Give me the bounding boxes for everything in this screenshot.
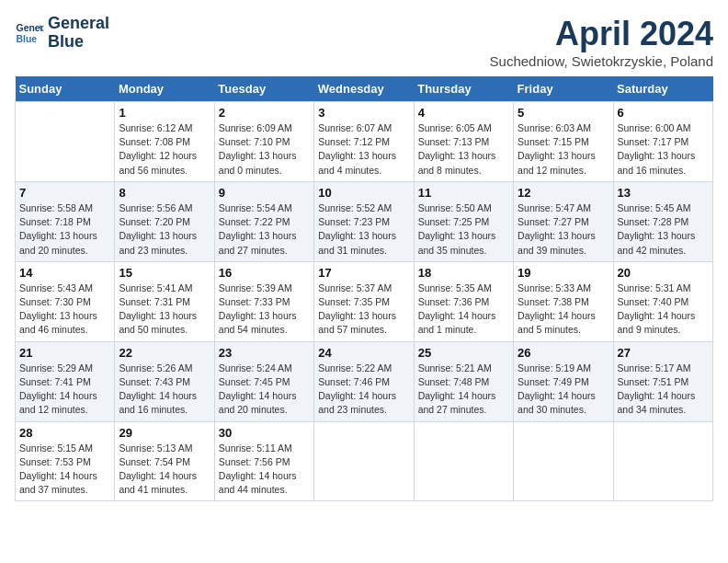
title-block: April 2024 Suchedniow, Swietokrzyskie, P…: [490, 15, 713, 69]
main-title: April 2024: [490, 15, 713, 53]
day-number: 7: [19, 186, 110, 200]
calendar-cell: 7Sunrise: 5:58 AM Sunset: 7:18 PM Daylig…: [16, 181, 115, 261]
weekday-header-wednesday: Wednesday: [314, 76, 414, 102]
calendar-table: SundayMondayTuesdayWednesdayThursdayFrid…: [15, 76, 713, 501]
calendar-cell: 4Sunrise: 6:05 AM Sunset: 7:13 PM Daylig…: [414, 102, 513, 182]
day-number: 15: [119, 266, 210, 280]
day-info: Sunrise: 5:29 AM Sunset: 7:41 PM Dayligh…: [19, 362, 110, 418]
logo-line1: General: [48, 15, 109, 33]
calendar-cell: 21Sunrise: 5:29 AM Sunset: 7:41 PM Dayli…: [16, 341, 115, 421]
calendar-week-row: 7Sunrise: 5:58 AM Sunset: 7:18 PM Daylig…: [16, 181, 713, 261]
calendar-cell: 2Sunrise: 6:09 AM Sunset: 7:10 PM Daylig…: [214, 102, 313, 182]
calendar-cell: 24Sunrise: 5:22 AM Sunset: 7:46 PM Dayli…: [314, 341, 414, 421]
calendar-cell: 1Sunrise: 6:12 AM Sunset: 7:08 PM Daylig…: [115, 102, 214, 182]
day-number: 12: [518, 186, 609, 200]
day-number: 3: [318, 106, 409, 120]
day-info: Sunrise: 6:09 AM Sunset: 7:10 PM Dayligh…: [219, 121, 310, 178]
day-number: 10: [318, 186, 409, 200]
logo-line2: Blue: [48, 33, 109, 52]
calendar-cell: 20Sunrise: 5:31 AM Sunset: 7:40 PM Dayli…: [613, 261, 712, 341]
day-info: Sunrise: 5:39 AM Sunset: 7:33 PM Dayligh…: [219, 282, 310, 338]
weekday-header-monday: Monday: [115, 76, 214, 102]
calendar-cell: 16Sunrise: 5:39 AM Sunset: 7:33 PM Dayli…: [214, 261, 313, 341]
calendar-week-row: 14Sunrise: 5:43 AM Sunset: 7:30 PM Dayli…: [16, 261, 713, 341]
calendar-cell: [414, 421, 513, 501]
day-number: 30: [219, 426, 310, 440]
day-number: 17: [318, 266, 409, 280]
calendar-cell: 15Sunrise: 5:41 AM Sunset: 7:31 PM Dayli…: [115, 261, 214, 341]
weekday-header-tuesday: Tuesday: [214, 76, 313, 102]
calendar-cell: 10Sunrise: 5:52 AM Sunset: 7:23 PM Dayli…: [314, 181, 414, 261]
day-number: 25: [418, 346, 509, 360]
day-number: 18: [418, 266, 509, 280]
day-info: Sunrise: 5:50 AM Sunset: 7:25 PM Dayligh…: [418, 201, 509, 258]
calendar-cell: [613, 421, 712, 501]
day-info: Sunrise: 6:03 AM Sunset: 7:15 PM Dayligh…: [518, 121, 609, 178]
day-info: Sunrise: 5:26 AM Sunset: 7:43 PM Dayligh…: [119, 362, 210, 418]
calendar-cell: 22Sunrise: 5:26 AM Sunset: 7:43 PM Dayli…: [115, 341, 214, 421]
calendar-cell: 6Sunrise: 6:00 AM Sunset: 7:17 PM Daylig…: [613, 102, 712, 182]
day-info: Sunrise: 5:54 AM Sunset: 7:22 PM Dayligh…: [219, 201, 310, 258]
day-number: 4: [418, 106, 509, 120]
calendar-cell: 13Sunrise: 5:45 AM Sunset: 7:28 PM Dayli…: [613, 181, 712, 261]
calendar-cell: 8Sunrise: 5:56 AM Sunset: 7:20 PM Daylig…: [115, 181, 214, 261]
day-number: 28: [19, 426, 110, 440]
weekday-header-friday: Friday: [514, 76, 613, 102]
day-number: 2: [219, 106, 310, 120]
day-number: 21: [19, 346, 110, 360]
weekday-header-saturday: Saturday: [613, 76, 712, 102]
day-info: Sunrise: 6:00 AM Sunset: 7:17 PM Dayligh…: [618, 121, 709, 178]
calendar-cell: 18Sunrise: 5:35 AM Sunset: 7:36 PM Dayli…: [414, 261, 513, 341]
day-number: 27: [618, 346, 709, 360]
day-number: 23: [219, 346, 310, 360]
logo-text: General Blue: [48, 15, 109, 52]
day-number: 26: [518, 346, 609, 360]
calendar-cell: 25Sunrise: 5:21 AM Sunset: 7:48 PM Dayli…: [414, 341, 513, 421]
calendar-cell: 23Sunrise: 5:24 AM Sunset: 7:45 PM Dayli…: [214, 341, 313, 421]
calendar-cell: 17Sunrise: 5:37 AM Sunset: 7:35 PM Dayli…: [314, 261, 414, 341]
day-number: 24: [318, 346, 409, 360]
day-number: 20: [618, 266, 709, 280]
day-info: Sunrise: 5:41 AM Sunset: 7:31 PM Dayligh…: [119, 282, 210, 338]
day-info: Sunrise: 5:31 AM Sunset: 7:40 PM Dayligh…: [618, 282, 709, 338]
calendar-week-row: 28Sunrise: 5:15 AM Sunset: 7:53 PM Dayli…: [16, 421, 713, 501]
day-info: Sunrise: 5:33 AM Sunset: 7:38 PM Dayligh…: [518, 282, 609, 338]
day-info: Sunrise: 5:22 AM Sunset: 7:46 PM Dayligh…: [318, 362, 409, 418]
calendar-cell: 3Sunrise: 6:07 AM Sunset: 7:12 PM Daylig…: [314, 102, 414, 182]
day-number: 11: [418, 186, 509, 200]
day-info: Sunrise: 5:19 AM Sunset: 7:49 PM Dayligh…: [518, 362, 609, 418]
day-info: Sunrise: 5:58 AM Sunset: 7:18 PM Dayligh…: [19, 201, 110, 258]
calendar-cell: 26Sunrise: 5:19 AM Sunset: 7:49 PM Dayli…: [514, 341, 613, 421]
logo-icon: General Blue: [15, 18, 44, 48]
day-number: 8: [119, 186, 210, 200]
logo: General Blue General Blue: [15, 15, 109, 52]
subtitle: Suchedniow, Swietokrzyskie, Poland: [490, 53, 713, 69]
calendar-cell: [16, 102, 115, 182]
weekday-header-sunday: Sunday: [16, 76, 115, 102]
day-number: 1: [119, 106, 210, 120]
day-info: Sunrise: 5:52 AM Sunset: 7:23 PM Dayligh…: [318, 201, 409, 258]
calendar-cell: 14Sunrise: 5:43 AM Sunset: 7:30 PM Dayli…: [16, 261, 115, 341]
calendar-cell: 28Sunrise: 5:15 AM Sunset: 7:53 PM Dayli…: [16, 421, 115, 501]
day-number: 9: [219, 186, 310, 200]
day-number: 13: [618, 186, 709, 200]
calendar-week-row: 1Sunrise: 6:12 AM Sunset: 7:08 PM Daylig…: [16, 102, 713, 182]
day-info: Sunrise: 6:12 AM Sunset: 7:08 PM Dayligh…: [119, 121, 210, 178]
calendar-cell: 27Sunrise: 5:17 AM Sunset: 7:51 PM Dayli…: [613, 341, 712, 421]
weekday-header-row: SundayMondayTuesdayWednesdayThursdayFrid…: [16, 76, 713, 102]
day-info: Sunrise: 6:05 AM Sunset: 7:13 PM Dayligh…: [418, 121, 509, 178]
day-info: Sunrise: 5:47 AM Sunset: 7:27 PM Dayligh…: [518, 201, 609, 258]
calendar-cell: 9Sunrise: 5:54 AM Sunset: 7:22 PM Daylig…: [214, 181, 313, 261]
day-info: Sunrise: 5:13 AM Sunset: 7:54 PM Dayligh…: [119, 442, 210, 498]
day-info: Sunrise: 5:24 AM Sunset: 7:45 PM Dayligh…: [219, 362, 310, 418]
day-number: 5: [518, 106, 609, 120]
day-number: 19: [518, 266, 609, 280]
day-info: Sunrise: 5:43 AM Sunset: 7:30 PM Dayligh…: [19, 282, 110, 338]
day-info: Sunrise: 5:17 AM Sunset: 7:51 PM Dayligh…: [618, 362, 709, 418]
svg-text:Blue: Blue: [17, 33, 38, 43]
calendar-cell: 11Sunrise: 5:50 AM Sunset: 7:25 PM Dayli…: [414, 181, 513, 261]
day-info: Sunrise: 5:11 AM Sunset: 7:56 PM Dayligh…: [219, 442, 310, 498]
day-info: Sunrise: 5:56 AM Sunset: 7:20 PM Dayligh…: [119, 201, 210, 258]
calendar-cell: [514, 421, 613, 501]
calendar-cell: 19Sunrise: 5:33 AM Sunset: 7:38 PM Dayli…: [514, 261, 613, 341]
